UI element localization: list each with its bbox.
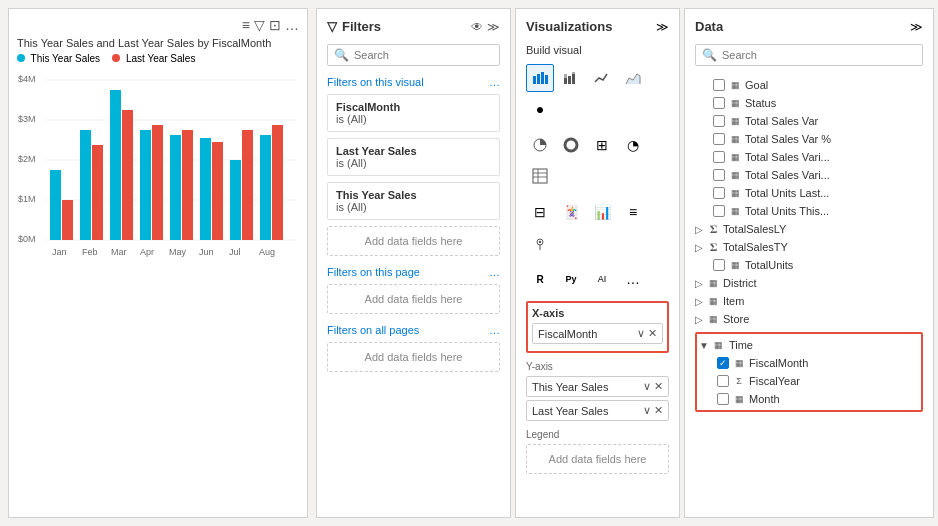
data-panel-expand-icon[interactable]: ≫: [910, 20, 923, 34]
checkbox-status[interactable]: [713, 97, 725, 109]
add-fields-all-pages[interactable]: Add data fields here: [327, 342, 500, 372]
chart-area: $4M $3M $2M $1M $0M: [17, 70, 299, 270]
add-fields-page[interactable]: Add data fields here: [327, 284, 500, 314]
data-item-fiscalyear[interactable]: Σ FiscalYear: [699, 372, 919, 390]
data-item-totalsalesly[interactable]: ▷ 𝚺 TotalSalesLY: [695, 220, 923, 238]
viz-icons-row-1: ●: [526, 64, 669, 123]
expand-arrow-store[interactable]: ▷: [695, 314, 703, 325]
remove-y2-icon[interactable]: ✕: [654, 404, 663, 417]
svg-text:May: May: [169, 247, 187, 257]
viz-pie-icon[interactable]: [526, 131, 554, 159]
viz-treemap-icon[interactable]: ⊞: [588, 131, 616, 159]
viz-bar-chart-icon[interactable]: [526, 64, 554, 92]
filter-card-fiscalmonth[interactable]: FiscalMonth is (All): [327, 94, 500, 132]
data-item-totalsalesvar[interactable]: ▦ Total Sales Var: [695, 112, 923, 130]
y-axis-field-row-1[interactable]: This Year Sales ∨ ✕: [526, 376, 669, 397]
legend-add-fields[interactable]: Add data fields here: [526, 444, 669, 474]
chevron-right-icon[interactable]: ≫: [487, 20, 500, 34]
expand-arrow-district[interactable]: ▷: [695, 278, 703, 289]
checkbox-fiscalmonth[interactable]: ✓: [717, 357, 729, 369]
more-options-page-icon[interactable]: …: [489, 266, 500, 278]
data-item-item[interactable]: ▷ ▦ Item: [695, 292, 923, 310]
checkbox-goal[interactable]: [713, 79, 725, 91]
viz-more-icon[interactable]: …: [619, 265, 647, 293]
filter-icon[interactable]: ▽: [254, 17, 265, 33]
viz-icons-row-4: R Py AI …: [526, 265, 669, 293]
data-item-time[interactable]: ▼ ▦ Time: [699, 336, 919, 354]
viz-map-icon[interactable]: [526, 229, 554, 257]
chevron-down-icon[interactable]: ∨: [637, 327, 645, 340]
viz-ai-icon[interactable]: AI: [588, 265, 616, 293]
expand-arrow-totalsalesty[interactable]: ▷: [695, 242, 703, 253]
expand-icon[interactable]: ⊡: [269, 17, 281, 33]
data-item-fiscalmonth[interactable]: ✓ ▦ FiscalMonth: [699, 354, 919, 372]
checkbox-totalsalesvar[interactable]: [713, 115, 725, 127]
filters-search-box[interactable]: 🔍: [327, 44, 500, 66]
checkbox-totalsalesvar-pct[interactable]: [713, 133, 725, 145]
remove-x-icon[interactable]: ✕: [648, 327, 657, 340]
item-label-store: Store: [723, 313, 749, 325]
data-item-status[interactable]: ▦ Status: [695, 94, 923, 112]
viz-scatter-icon[interactable]: ●: [526, 95, 554, 123]
more-options-allpages-icon[interactable]: …: [489, 324, 500, 336]
checkbox-totalunits[interactable]: [713, 259, 725, 271]
checkbox-fiscalyear[interactable]: [717, 375, 729, 387]
data-item-totalsalesvar-pct[interactable]: ▦ Total Sales Var %: [695, 130, 923, 148]
viz-slicer-icon[interactable]: ≡: [619, 198, 647, 226]
viz-line-chart-icon[interactable]: [588, 64, 616, 92]
item-label-totalunitslast: Total Units Last...: [745, 187, 829, 199]
filters-search-input[interactable]: [354, 49, 493, 61]
remove-y1-icon[interactable]: ✕: [654, 380, 663, 393]
checkbox-totalsalesvari2[interactable]: [713, 169, 725, 181]
filter-card-thisyearsales[interactable]: This Year Sales is (All): [327, 182, 500, 220]
data-item-store[interactable]: ▷ ▦ Store: [695, 310, 923, 328]
data-item-totalsalesvari1[interactable]: ▦ Total Sales Vari...: [695, 148, 923, 166]
more-icon[interactable]: …: [285, 17, 299, 33]
menu-icon[interactable]: ≡: [242, 17, 250, 33]
table-icon: ▦: [728, 168, 742, 182]
expand-arrow-time[interactable]: ▼: [699, 340, 709, 351]
y-axis-field-row-2[interactable]: Last Year Sales ∨ ✕: [526, 400, 669, 421]
chevron-down-icon[interactable]: ∨: [643, 404, 651, 417]
data-item-district[interactable]: ▷ ▦ District: [695, 274, 923, 292]
viz-table-icon[interactable]: [526, 162, 554, 190]
table-icon-month: ▦: [732, 392, 746, 406]
data-item-totalunits[interactable]: ▦ TotalUnits: [695, 256, 923, 274]
viz-kpi-icon[interactable]: 📊: [588, 198, 616, 226]
checkbox-month[interactable]: [717, 393, 729, 405]
item-label-totalunitsthis: Total Units This...: [745, 205, 829, 217]
checkbox-totalunitsthis[interactable]: [713, 205, 725, 217]
viz-r-icon[interactable]: R: [526, 265, 554, 293]
more-options-icon[interactable]: …: [489, 76, 500, 88]
data-item-totalsalesty[interactable]: ▷ 𝚺 TotalSalesTY: [695, 238, 923, 256]
viz-area-chart-icon[interactable]: [619, 64, 647, 92]
x-axis-field-row[interactable]: FiscalMonth ∨ ✕: [532, 323, 663, 344]
data-item-totalunitslast[interactable]: ▦ Total Units Last...: [695, 184, 923, 202]
svg-text:$3M: $3M: [18, 114, 36, 124]
data-item-totalsalesvari2[interactable]: ▦ Total Sales Vari...: [695, 166, 923, 184]
viz-py-icon[interactable]: Py: [557, 265, 585, 293]
filter-card-lastyearsales[interactable]: Last Year Sales is (All): [327, 138, 500, 176]
svg-text:$1M: $1M: [18, 194, 36, 204]
viz-expand-icon[interactable]: ≫: [656, 20, 669, 34]
data-item-totalunitsthis[interactable]: ▦ Total Units This...: [695, 202, 923, 220]
viz-stacked-bar-icon[interactable]: [557, 64, 585, 92]
viz-header: Visualizations ≫: [526, 19, 669, 34]
viz-card-icon[interactable]: 🃏: [557, 198, 585, 226]
sigma-icon: 𝚺: [706, 240, 720, 254]
data-item-month[interactable]: ▦ Month: [699, 390, 919, 408]
viz-gauge-icon[interactable]: ◔: [619, 131, 647, 159]
expand-arrow-totalsalesly[interactable]: ▷: [695, 224, 703, 235]
viz-donut-icon[interactable]: [557, 131, 585, 159]
chevron-down-icon[interactable]: ∨: [643, 380, 651, 393]
checkbox-totalunitslast[interactable]: [713, 187, 725, 199]
add-fields-visual[interactable]: Add data fields here: [327, 226, 500, 256]
eye-icon[interactable]: 👁: [471, 20, 483, 34]
viz-matrix-icon[interactable]: ⊟: [526, 198, 554, 226]
data-item-goal[interactable]: ▦ Goal: [695, 76, 923, 94]
table-icon-item: ▦: [706, 294, 720, 308]
expand-arrow-item[interactable]: ▷: [695, 296, 703, 307]
checkbox-totalsalesvari1[interactable]: [713, 151, 725, 163]
data-search-input[interactable]: [722, 49, 916, 61]
data-search-box[interactable]: 🔍: [695, 44, 923, 66]
